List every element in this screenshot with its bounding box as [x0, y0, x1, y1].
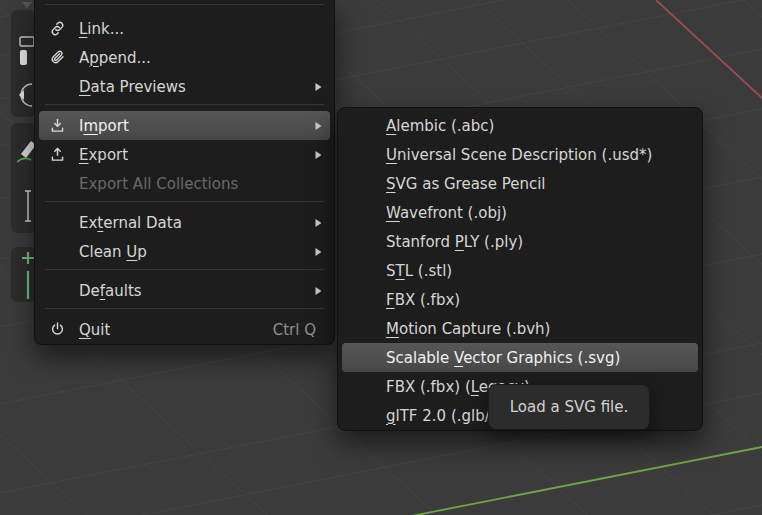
menu-item-label: Data Previews — [79, 78, 186, 96]
link-icon — [45, 20, 69, 37]
import-submenu-item-fbx-fbx[interactable]: FBX (.fbx) — [342, 285, 698, 314]
menu-item-label: Wavefront (.obj) — [386, 204, 507, 222]
submenu-arrow-icon — [312, 246, 324, 258]
file-menu-item-defaults[interactable]: Defaults — [39, 276, 330, 305]
menu-item-label: FBX (.fbx) — [386, 291, 460, 309]
paperclip-icon — [45, 49, 69, 66]
import-submenu-item-universal-scene-description-usd[interactable]: Universal Scene Description (.usd*) — [342, 140, 698, 169]
power-icon — [45, 321, 69, 338]
blender-viewport-screen: Link...Append...Data PreviewsImportExpor… — [0, 0, 762, 515]
toolbar-group-annotate — [11, 123, 36, 233]
menu-item-label: SVG as Grease Pencil — [386, 175, 545, 193]
menu-separator — [45, 201, 324, 202]
file-menu-item-export[interactable]: Export — [39, 140, 330, 169]
menu-separator — [45, 4, 324, 5]
menu-item-label: External Data — [79, 214, 182, 232]
import-submenu: Alembic (.abc)Universal Scene Descriptio… — [337, 107, 703, 431]
toolbar-collapse-icon[interactable] — [21, 1, 33, 9]
file-menu-item-link[interactable]: Link... — [39, 14, 330, 43]
menu-item-label: Quit — [79, 321, 110, 339]
import-submenu-item-stanford-ply-ply[interactable]: Stanford PLY (.ply) — [342, 227, 698, 256]
menu-item-label: Alembic (.abc) — [386, 117, 494, 135]
import-icon — [45, 117, 69, 134]
menu-item-label: Append... — [79, 49, 151, 67]
menu-item-label: Clean Up — [79, 243, 147, 261]
toolbar-group-add-primitive — [11, 247, 36, 302]
submenu-arrow-icon — [312, 81, 324, 93]
axis-y-line — [0, 447, 762, 515]
menu-item-label: Export All Collections — [79, 175, 238, 193]
menu-item-label: STL (.stl) — [386, 262, 452, 280]
toolbar-group-select — [11, 10, 36, 117]
menu-item-label: Universal Scene Description (.usd*) — [386, 146, 652, 164]
file-menu-item-clean-up[interactable]: Clean Up — [39, 237, 330, 266]
cursor-icon[interactable] — [16, 82, 36, 108]
import-submenu-item-stl-stl[interactable]: STL (.stl) — [342, 256, 698, 285]
menu-item-shortcut: Ctrl Q — [273, 321, 316, 339]
submenu-arrow-icon — [312, 217, 324, 229]
file-menu-item-export-all-collections: Export All Collections — [39, 169, 330, 198]
menu-item-label: Defaults — [79, 282, 142, 300]
submenu-arrow-icon — [312, 120, 324, 132]
add-primitive-icon[interactable] — [21, 251, 35, 299]
menu-separator — [45, 104, 324, 105]
import-submenu-item-scalable-vector-graphics-svg[interactable]: Scalable Vector Graphics (.svg) — [342, 343, 698, 372]
menu-item-label: Link... — [79, 20, 124, 38]
file-menu-item-quit[interactable]: QuitCtrl Q — [39, 315, 330, 344]
tooltip-text: Load a SVG file. — [510, 398, 629, 416]
file-menu-item-append[interactable]: Append... — [39, 43, 330, 72]
measure-icon[interactable] — [24, 189, 34, 223]
menu-item-label: Stanford PLY (.ply) — [386, 233, 523, 251]
menu-separator — [45, 269, 324, 270]
menu-item-label: Scalable Vector Graphics (.svg) — [386, 349, 620, 367]
file-menu-item-data-previews[interactable]: Data Previews — [39, 72, 330, 101]
import-submenu-item-alembic-abc[interactable]: Alembic (.abc) — [342, 111, 698, 140]
import-submenu-item-motion-capture-bvh[interactable]: Motion Capture (.bvh) — [342, 314, 698, 343]
export-icon — [45, 146, 69, 163]
tooltip: Load a SVG file. — [488, 384, 650, 430]
file-menu-item-import[interactable]: Import — [39, 111, 330, 140]
submenu-arrow-icon — [312, 149, 324, 161]
file-menu: Link...Append...Data PreviewsImportExpor… — [34, 0, 335, 345]
menu-separator — [45, 308, 324, 309]
submenu-arrow-icon — [312, 285, 324, 297]
menu-item-label: Import — [79, 117, 129, 135]
menu-item-label: Export — [79, 146, 128, 164]
menu-item-label: Motion Capture (.bvh) — [386, 320, 550, 338]
import-submenu-item-svg-as-grease-pencil[interactable]: SVG as Grease Pencil — [342, 169, 698, 198]
import-submenu-item-wavefront-obj[interactable]: Wavefront (.obj) — [342, 198, 698, 227]
file-menu-item-external-data[interactable]: External Data — [39, 208, 330, 237]
